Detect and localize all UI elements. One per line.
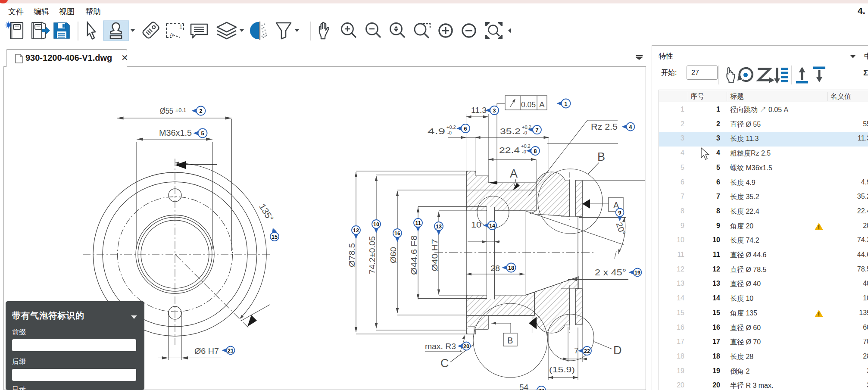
svg-text:21: 21 <box>228 348 234 354</box>
svg-text:5: 5 <box>201 131 204 137</box>
svg-text:Ø78.5: Ø78.5 <box>348 243 356 267</box>
svg-text:3: 3 <box>493 108 496 114</box>
svg-text:Ø60: Ø60 <box>389 247 398 263</box>
svg-text:11.3: 11.3 <box>471 106 487 115</box>
svg-text:Ø6 H7: Ø6 H7 <box>194 346 219 356</box>
svg-text:4: 4 <box>629 124 632 130</box>
svg-text:10: 10 <box>471 220 481 229</box>
svg-text:14: 14 <box>489 223 495 229</box>
svg-text:4.9: 4.9 <box>428 127 445 136</box>
svg-text:-0: -0 <box>522 149 526 154</box>
svg-text:C: C <box>440 357 449 370</box>
svg-text:2: 2 <box>200 108 203 114</box>
svg-text:-0: -0 <box>447 130 452 135</box>
svg-text:22: 22 <box>584 348 590 354</box>
svg-text:Ø44.6 F8: Ø44.6 F8 <box>410 235 418 275</box>
svg-text:2 x 45°: 2 x 45° <box>595 268 626 277</box>
svg-text:20°: 20° <box>615 221 628 237</box>
svg-text:A: A <box>539 100 545 109</box>
svg-text:135°: 135° <box>257 202 276 223</box>
svg-text:±0.1: ±0.1 <box>175 107 186 113</box>
svg-text:8: 8 <box>534 148 537 154</box>
svg-text:12: 12 <box>353 228 359 234</box>
svg-text:(15.9): (15.9) <box>549 365 575 374</box>
svg-text:20: 20 <box>463 343 469 349</box>
svg-text:35.2: 35.2 <box>500 127 521 136</box>
svg-text:15: 15 <box>272 234 278 240</box>
svg-text:-0: -0 <box>523 130 527 135</box>
svg-text:Ø55: Ø55 <box>160 106 173 115</box>
svg-text:16: 16 <box>394 231 400 237</box>
svg-text:1: 1 <box>565 101 568 107</box>
svg-text:+0.2: +0.2 <box>521 144 531 149</box>
svg-text:D: D <box>613 344 622 357</box>
svg-text:B: B <box>597 150 605 163</box>
svg-text:Ø40 H7: Ø40 H7 <box>431 239 439 271</box>
svg-text:7: 7 <box>536 127 539 133</box>
svg-text:max. R3: max. R3 <box>425 342 456 351</box>
svg-text:6: 6 <box>464 126 467 132</box>
svg-text:13: 13 <box>436 224 442 230</box>
svg-text:18: 18 <box>508 265 514 271</box>
svg-text:54: 54 <box>519 383 529 390</box>
svg-text:9: 9 <box>618 210 621 216</box>
svg-text:M36x1.5: M36x1.5 <box>159 128 192 137</box>
svg-text:28: 28 <box>490 264 500 273</box>
svg-text:23: 23 <box>538 388 544 390</box>
svg-text:22.4: 22.4 <box>499 146 520 155</box>
svg-text:19: 19 <box>634 270 640 276</box>
svg-text:10: 10 <box>373 222 379 228</box>
svg-text:0.05: 0.05 <box>521 100 536 109</box>
svg-text:74.2±0.05: 74.2±0.05 <box>368 236 377 274</box>
svg-text:Rz 2.5: Rz 2.5 <box>591 122 618 131</box>
svg-text:+0.2: +0.2 <box>446 125 456 130</box>
svg-text:11: 11 <box>415 220 421 226</box>
svg-text:B: B <box>507 336 513 345</box>
svg-text:A: A <box>510 167 518 180</box>
